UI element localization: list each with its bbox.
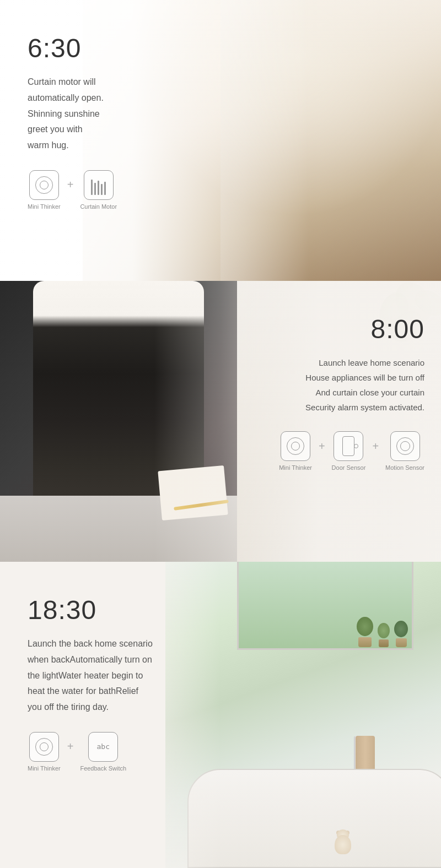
curtain-bar-4 — [101, 184, 103, 195]
back-desc-5: you off the tiring day. — [28, 702, 109, 712]
back-desc-2: when backAutomatically turn on — [28, 655, 152, 664]
motion-sensor-inner-ring — [400, 441, 410, 451]
bear-toy — [334, 829, 353, 854]
plus-icon-3: + — [372, 440, 379, 453]
device-row-morning: Mini Thinker + Curtain Motor — [28, 170, 441, 210]
time-label-morning: 6:30 — [28, 33, 441, 63]
curtain-bar-3 — [98, 181, 99, 195]
desc-line3: Shinning sunshine — [28, 109, 100, 118]
device-row-leave: Mini Thinker + Door Sensor + Motion Sens… — [259, 431, 424, 471]
leave-home-content: 8:00 Launch leave home scenario House ap… — [254, 281, 441, 487]
mini-thinker-icon-box — [29, 170, 59, 200]
back-home-content: 18:30 Launch the back home scenario when… — [0, 562, 441, 788]
mini-thinker-icon-2 — [287, 437, 304, 455]
time-label-leave: 8:00 — [259, 314, 424, 344]
motion-sensor-label: Motion Sensor — [385, 464, 424, 471]
section-back-home: 18:30 Launch the back home scenario when… — [0, 562, 441, 868]
leave-desc-3: And curtain close your curtain — [315, 388, 424, 397]
morning-content: 6:30 Curtain motor will automatically op… — [0, 0, 441, 226]
mini-thinker-label-1: Mini Thinker — [28, 203, 61, 210]
section-leave-home: 8:00 Launch leave home scenario House ap… — [0, 281, 441, 562]
back-desc-1: Launch the back home scenario — [28, 639, 153, 648]
leave-desc-4: Security alarm system activated. — [305, 403, 424, 412]
feedback-switch-icon-box: abc — [88, 732, 118, 762]
mini-thinker-icon-box-3 — [29, 732, 59, 762]
door-sensor-icon-box — [334, 431, 363, 461]
device-mini-thinker-1: Mini Thinker — [28, 170, 61, 210]
bear-body — [335, 835, 351, 854]
person-silhouette — [0, 281, 237, 562]
curtain-motor-label: Curtain Motor — [80, 203, 117, 210]
mini-thinker-icon-3 — [35, 738, 53, 756]
back-desc-4: heat the water for bathRelief — [28, 686, 138, 696]
device-feedback-switch: abc Feedback Switch — [80, 732, 126, 772]
time-label-back: 18:30 — [28, 595, 441, 625]
leave-desc-1: Launch leave home scenario — [319, 358, 424, 367]
device-motion-sensor: Motion Sensor — [385, 431, 424, 471]
door-sensor-icon — [342, 436, 354, 456]
mini-thinker-label-3: Mini Thinker — [28, 765, 61, 772]
curtain-bar-5 — [104, 182, 106, 195]
curtain-bar-2 — [94, 183, 96, 195]
plus-icon-4: + — [67, 740, 74, 753]
plus-icon-2: + — [319, 440, 325, 453]
mini-thinker-icon — [35, 176, 53, 194]
motion-sensor-icon — [396, 437, 414, 455]
desc-line2: automatically open. — [28, 93, 104, 102]
device-curtain-motor: Curtain Motor — [80, 170, 117, 210]
feedback-switch-label: Feedback Switch — [80, 765, 126, 772]
desc-line5: warm hug. — [28, 140, 69, 150]
motion-sensor-icon-box — [390, 431, 420, 461]
back-desc-3: the lightWater heater begin to — [28, 671, 143, 680]
section-morning: 6:30 Curtain motor will automatically op… — [0, 0, 441, 281]
mini-thinker-icon-box-2 — [281, 431, 310, 461]
curtain-bar-1 — [91, 180, 93, 195]
desc-line1: Curtain motor will — [28, 77, 96, 86]
notebook — [158, 465, 228, 520]
morning-description: Curtain motor will automatically open. S… — [28, 74, 171, 154]
curtain-motor-icon — [89, 175, 109, 195]
desc-line4: greet you with — [28, 124, 83, 134]
feedback-switch-icon-text: abc — [97, 742, 110, 751]
device-row-back: Mini Thinker + abc Feedback Switch — [28, 732, 441, 772]
device-door-sensor: Door Sensor — [332, 431, 366, 471]
leave-desc-2: House appliances will be turn off — [305, 373, 424, 382]
door-sensor-label: Door Sensor — [332, 464, 366, 471]
curtain-motor-icon-box — [84, 170, 114, 200]
leave-home-description: Launch leave home scenario House applian… — [259, 355, 424, 415]
device-mini-thinker-2: Mini Thinker — [279, 431, 312, 471]
plus-icon-1: + — [67, 178, 74, 191]
device-mini-thinker-3: Mini Thinker — [28, 732, 61, 772]
mini-thinker-label-2: Mini Thinker — [279, 464, 312, 471]
back-home-description: Launch the back home scenario when backA… — [28, 636, 171, 715]
